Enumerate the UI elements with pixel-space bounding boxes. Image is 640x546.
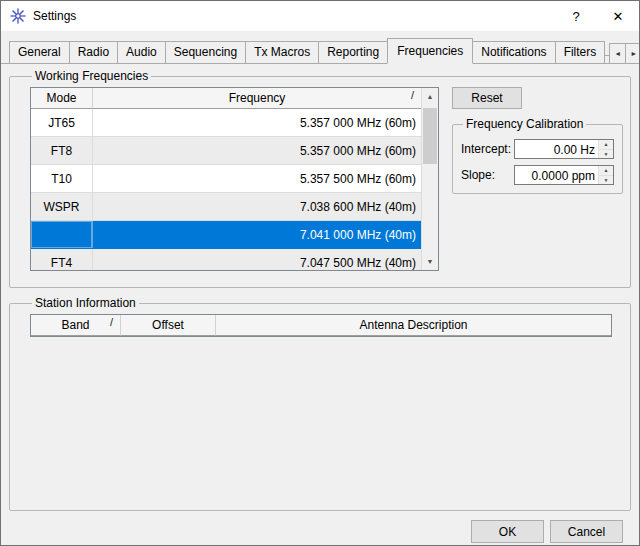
slope-row: Slope: 0.0000 ppm ▲ ▼ bbox=[461, 165, 614, 185]
frequencies-table-header: Mode Frequency / bbox=[31, 88, 421, 109]
tab-label: Notifications bbox=[481, 45, 546, 59]
tab-reporting[interactable]: Reporting bbox=[318, 41, 388, 64]
table-row[interactable]: WSPR 7.038 600 MHz (40m) bbox=[31, 193, 421, 221]
frequency-cell[interactable]: 7.038 600 MHz (40m) bbox=[93, 193, 421, 220]
frequency-cell[interactable]: 7.041 000 MHz (40m) bbox=[93, 221, 421, 248]
column-header-antenna[interactable]: Antenna Description bbox=[216, 315, 611, 336]
frequency-calibration-title: Frequency Calibration bbox=[463, 117, 586, 131]
tab-label: Filters bbox=[564, 45, 597, 59]
dialog-footer: OK Cancel bbox=[9, 511, 631, 543]
frequencies-table: Mode Frequency / JT65 5.357 000 MHz (60m… bbox=[30, 87, 439, 271]
tab-filters[interactable]: Filters bbox=[555, 41, 606, 64]
table-row[interactable]: FT4 7.047 500 MHz (40m) bbox=[31, 249, 421, 270]
station-information-title: Station Information bbox=[32, 296, 139, 310]
settings-window: Settings ? ✕ General Radio Audio Sequenc… bbox=[0, 0, 640, 546]
app-icon bbox=[10, 8, 26, 24]
tab-sequencing[interactable]: Sequencing bbox=[165, 41, 246, 64]
spin-up-icon[interactable]: ▲ bbox=[599, 166, 613, 175]
mode-cell[interactable]: FT4 bbox=[31, 249, 93, 270]
sort-indicator-icon: / bbox=[110, 316, 113, 328]
frequency-cell[interactable]: 7.047 500 MHz (40m) bbox=[93, 249, 421, 270]
tab-scroll-right-icon[interactable]: ► bbox=[625, 43, 640, 64]
mode-cell[interactable]: WSPR bbox=[31, 193, 93, 220]
station-information-table: Band / Offset Antenna Description bbox=[30, 314, 612, 337]
tab-label: General bbox=[18, 45, 61, 59]
column-header-band[interactable]: Band / bbox=[31, 315, 121, 336]
cancel-button[interactable]: Cancel bbox=[550, 520, 623, 543]
tab-radio[interactable]: Radio bbox=[69, 41, 118, 64]
tab-label: Sequencing bbox=[174, 45, 237, 59]
tab-audio[interactable]: Audio bbox=[117, 41, 166, 64]
working-frequencies-group: Working Frequencies Mode Frequency / JT6… bbox=[9, 69, 631, 288]
vertical-scrollbar[interactable]: ▲ ▼ bbox=[421, 88, 438, 270]
table-row[interactable]: JT65 5.357 000 MHz (60m) bbox=[31, 109, 421, 137]
spin-down-icon[interactable]: ▼ bbox=[599, 175, 613, 185]
intercept-row: Intercept: 0.00 Hz ▲ ▼ bbox=[461, 139, 614, 159]
table-row[interactable]: T10 5.357 500 MHz (60m) bbox=[31, 165, 421, 193]
tab-bar: General Radio Audio Sequencing Tx Macros… bbox=[1, 31, 639, 64]
intercept-spin-buttons: ▲ ▼ bbox=[598, 140, 613, 158]
tab-label: Radio bbox=[78, 45, 109, 59]
working-frequencies-title: Working Frequencies bbox=[32, 69, 151, 83]
frequency-cell[interactable]: 5.357 500 MHz (60m) bbox=[93, 165, 421, 192]
mode-cell[interactable]: FT8 bbox=[31, 137, 93, 164]
tab-notifications[interactable]: Notifications bbox=[472, 41, 555, 64]
slope-spin-buttons: ▲ ▼ bbox=[598, 166, 613, 184]
spin-down-icon[interactable]: ▼ bbox=[599, 149, 613, 159]
tab-general[interactable]: General bbox=[9, 41, 70, 64]
column-header-label: Frequency bbox=[229, 91, 286, 105]
tab-scroll-left-icon[interactable]: ◄ bbox=[609, 43, 626, 64]
tab-label: Audio bbox=[126, 45, 157, 59]
column-header-label: Band bbox=[61, 318, 89, 332]
frequency-calibration-group: Frequency Calibration Intercept: 0.00 Hz… bbox=[452, 117, 623, 194]
column-header-offset[interactable]: Offset bbox=[121, 315, 216, 336]
scrollbar-thumb[interactable] bbox=[423, 108, 437, 164]
ok-button[interactable]: OK bbox=[471, 520, 544, 543]
station-table-header: Band / Offset Antenna Description bbox=[31, 315, 611, 336]
intercept-spinbox[interactable]: 0.00 Hz ▲ ▼ bbox=[514, 139, 614, 159]
scrollbar-track[interactable] bbox=[422, 105, 438, 253]
sort-indicator-icon: / bbox=[411, 89, 414, 101]
slope-spinbox[interactable]: 0.0000 ppm ▲ ▼ bbox=[514, 165, 614, 185]
titlebar: Settings ? ✕ bbox=[1, 1, 639, 31]
tab-frequencies[interactable]: Frequencies bbox=[387, 38, 473, 64]
frequency-cell[interactable]: 5.357 000 MHz (60m) bbox=[93, 137, 421, 164]
tab-tx-macros[interactable]: Tx Macros bbox=[245, 41, 319, 64]
tab-partial[interactable] bbox=[604, 55, 610, 64]
intercept-value[interactable]: 0.00 Hz bbox=[515, 140, 598, 158]
frequencies-table-main: Mode Frequency / JT65 5.357 000 MHz (60m… bbox=[31, 88, 421, 270]
close-icon[interactable]: ✕ bbox=[597, 1, 639, 31]
column-header-mode[interactable]: Mode bbox=[31, 88, 93, 109]
intercept-label: Intercept: bbox=[461, 142, 511, 156]
frequencies-page: Working Frequencies Mode Frequency / JT6… bbox=[1, 64, 639, 545]
slope-value[interactable]: 0.0000 ppm bbox=[515, 166, 598, 184]
spin-up-icon[interactable]: ▲ bbox=[599, 140, 613, 149]
mode-cell[interactable]: JT65 bbox=[31, 109, 93, 136]
scrollbar-down-icon[interactable]: ▼ bbox=[422, 253, 438, 270]
tab-label: Frequencies bbox=[397, 44, 463, 58]
table-row[interactable]: FT8 5.357 000 MHz (60m) bbox=[31, 137, 421, 165]
working-frequencies-body: Mode Frequency / JT65 5.357 000 MHz (60m… bbox=[30, 87, 623, 271]
reset-button[interactable]: Reset bbox=[452, 87, 522, 109]
mode-cell[interactable] bbox=[31, 221, 93, 248]
column-header-frequency[interactable]: Frequency / bbox=[93, 88, 421, 109]
working-frequencies-side-panel: Reset Frequency Calibration Intercept: 0… bbox=[452, 87, 623, 271]
frequency-cell[interactable]: 5.357 000 MHz (60m) bbox=[93, 109, 421, 136]
slope-label: Slope: bbox=[461, 168, 495, 182]
help-button[interactable]: ? bbox=[555, 1, 597, 31]
tab-scroll-buttons: ◄ ► bbox=[610, 43, 640, 63]
window-title: Settings bbox=[33, 9, 76, 23]
tab-label: Tx Macros bbox=[254, 45, 310, 59]
station-information-group: Station Information Band / Offset Antenn… bbox=[9, 296, 631, 511]
scrollbar-up-icon[interactable]: ▲ bbox=[422, 88, 438, 105]
mode-cell[interactable]: T10 bbox=[31, 165, 93, 192]
table-row-selected[interactable]: 7.041 000 MHz (40m) bbox=[31, 221, 421, 249]
tab-label: Reporting bbox=[327, 45, 379, 59]
